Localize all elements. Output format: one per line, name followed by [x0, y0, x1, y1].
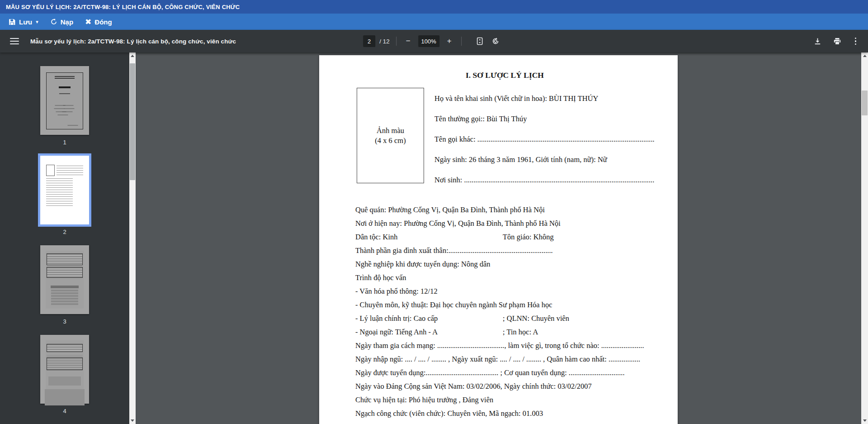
sidebar-scrollbar-thumb[interactable]	[130, 63, 135, 180]
thumbnail-page-preview	[40, 66, 89, 135]
photo-box-line1: Ảnh màu	[357, 126, 424, 136]
document-text-line: Ngày sinh: 26 tháng 3 năm 1961, Giới tín…	[434, 155, 654, 165]
thumbnail-miniature	[42, 158, 87, 222]
action-toolbar: Lưu ▾ Nạp ✖ Đóng	[0, 14, 868, 30]
thumbnail-list: 1 2 3	[0, 52, 129, 424]
chevron-down-icon: ▾	[36, 19, 38, 24]
menu-icon[interactable]	[10, 38, 19, 44]
document-text-line: - Ngoại ngữ: Tiếng Anh - A ; Tin học: A	[355, 325, 654, 339]
window-titlebar: MẪU SƠ YẾU LÝ LỊCH: 2A/TCTW-98: LÝ LỊCH …	[0, 0, 868, 14]
thumbnail-page-preview	[40, 335, 89, 404]
document-text-line: Thành phần gia đình xuất thân:..........…	[355, 244, 654, 257]
document-text-line: Nơi sinh: ..............................…	[434, 175, 654, 185]
rotate-icon	[491, 37, 500, 45]
photo-box-line2: (4 x 6 cm)	[357, 136, 424, 146]
scroll-up-icon[interactable]	[129, 52, 136, 59]
save-button[interactable]: Lưu ▾	[6, 18, 40, 26]
document-text-line: Tên gọi khác: ..........................…	[434, 134, 654, 144]
thumbnail-page-number: 4	[63, 408, 66, 414]
floppy-icon	[8, 18, 16, 26]
photo-row: Ảnh màu (4 x 6 cm) Họ và tên khai sinh (…	[355, 88, 654, 195]
reload-icon	[50, 18, 57, 25]
zoom-level-input[interactable]	[418, 35, 439, 47]
more-options-button[interactable]	[853, 37, 859, 46]
thumbnail-miniature	[46, 72, 83, 129]
document-text-line: - Lý luận chính trị: Cao cấp ; QLNN: Chu…	[355, 312, 654, 325]
document-content: I. SƠ LƯỢC LÝ LỊCH Ảnh màu (4 x 6 cm) Họ…	[319, 55, 678, 424]
pdf-page: I. SƠ LƯỢC LÝ LỊCH Ảnh màu (4 x 6 cm) Họ…	[319, 55, 678, 424]
page-thumbnail[interactable]: 1	[40, 66, 89, 146]
scroll-down-icon[interactable]	[129, 417, 136, 424]
reload-button[interactable]: Nạp	[48, 18, 75, 26]
document-text-line: Tên thường gọi:: Bùi Thị Thúy	[434, 114, 654, 124]
page-count-label: / 12	[379, 38, 390, 45]
save-label: Lưu	[19, 18, 32, 26]
thumbnail-page-number: 1	[63, 139, 66, 146]
thumbnail-miniature	[46, 251, 84, 309]
document-text-line: Nơi ở hiện nay: Phường Cống Vị, Quận Ba …	[355, 217, 654, 230]
document-text-line: Ngày được tuyển dụng:...................…	[355, 366, 654, 380]
download-button[interactable]	[814, 38, 821, 45]
window-title: MẪU SƠ YẾU LÝ LỊCH: 2A/TCTW-98: LÝ LỊCH …	[6, 4, 240, 10]
main-area: 1 2 3	[0, 52, 868, 424]
body-lines: Quê quán: Phường Cống Vị, Quận Ba Đình, …	[355, 203, 654, 424]
main-scrollbar[interactable]	[861, 52, 868, 424]
page-thumbnail[interactable]: 2	[40, 156, 89, 235]
print-icon	[833, 38, 841, 45]
thumbnail-miniature	[46, 340, 84, 398]
zoom-out-button[interactable]: −	[403, 37, 414, 46]
page-number-input[interactable]	[363, 35, 375, 47]
main-scrollbar-thumb[interactable]	[862, 91, 868, 115]
document-text-line: Ngày nhập ngũ: .... / .... / ........ , …	[355, 353, 654, 366]
document-text-line: Ngạch công chức (viên chức): Chuyên viên…	[355, 407, 654, 420]
pdf-viewer-app: MẪU SƠ YẾU LÝ LỊCH: 2A/TCTW-98: LÝ LỊCH …	[0, 0, 868, 424]
document-text-line: Dân tộc: Kinh Tôn giáo: Không	[355, 230, 654, 244]
photo-placeholder-box: Ảnh màu (4 x 6 cm)	[357, 88, 424, 183]
zoom-in-button[interactable]: +	[444, 37, 455, 46]
print-button[interactable]	[833, 38, 841, 45]
pdf-toolbar: Mẫu sơ yếu lý lịch: 2a/TCTW-98: Lý lịch …	[0, 30, 868, 52]
close-button[interactable]: ✖ Đóng	[83, 18, 114, 26]
document-text-line: Họ và tên khai sinh (Viết chữ in hoa): B…	[434, 94, 654, 104]
intro-lines: Họ và tên khai sinh (Viết chữ in hoa): B…	[434, 88, 654, 195]
document-text-line: - Chuyên môn, kỹ thuật: Đại học chuyên n…	[355, 298, 654, 312]
thumbnail-sidebar: 1 2 3	[0, 52, 136, 424]
page-thumbnail[interactable]: 3	[40, 245, 89, 325]
toolbar-divider	[396, 37, 396, 46]
document-viewer: I. SƠ LƯỢC LÝ LỊCH Ảnh màu (4 x 6 cm) Họ…	[136, 52, 868, 424]
section-heading: I. SƠ LƯỢC LÝ LỊCH	[355, 70, 654, 81]
page-zoom-controls: / 12 − +	[363, 30, 500, 52]
page-thumbnail[interactable]: 4	[40, 335, 89, 414]
thumbnail-page-preview	[40, 156, 89, 224]
sidebar-scrollbar[interactable]	[129, 52, 136, 424]
document-text-line: Quê quán: Phường Cống Vị, Quận Ba Đình, …	[355, 203, 654, 217]
scroll-up-icon[interactable]	[861, 52, 868, 59]
document-text-line: Danh hiệu được phong: ..................…	[355, 420, 654, 424]
download-icon	[814, 38, 821, 45]
page-area: I. SƠ LƯỢC LÝ LỊCH Ảnh màu (4 x 6 cm) Họ…	[136, 52, 861, 424]
toolbar-right-actions	[814, 37, 859, 46]
scroll-down-icon[interactable]	[861, 417, 868, 424]
close-label: Đóng	[94, 18, 112, 26]
toolbar-divider	[461, 37, 462, 46]
thumbnail-page-number: 3	[63, 318, 66, 325]
document-text-line: Nghề nghiệp khi được tuyển dụng: Nông dâ…	[355, 257, 654, 271]
rotate-button[interactable]	[491, 37, 500, 45]
document-title: Mẫu sơ yếu lý lịch: 2a/TCTW-98: Lý lịch …	[30, 38, 236, 45]
document-text-line: - Văn hóa phổ thông: 12/12	[355, 285, 654, 298]
fit-page-icon	[476, 37, 483, 45]
document-text-line: Ngày vào Đảng Cộng sản Việt Nam: 03/02/2…	[355, 380, 654, 393]
document-text-line: Ngày tham gia cách mạng: ...............…	[355, 339, 654, 353]
document-text-line: Trình độ học vấn	[355, 271, 654, 285]
reload-label: Nạp	[61, 18, 73, 26]
close-icon: ✖	[85, 18, 91, 26]
document-text-line: Chức vụ hiện tại: Phó hiệu trưởng , Đảng…	[355, 393, 654, 407]
thumbnail-page-number: 2	[63, 229, 66, 235]
thumbnail-page-preview	[40, 245, 89, 314]
fit-page-button[interactable]	[476, 37, 483, 45]
